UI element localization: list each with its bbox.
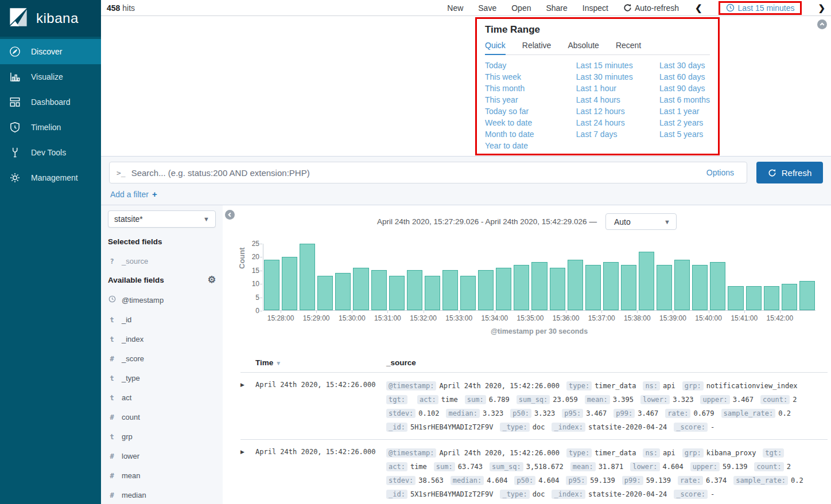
field-median[interactable]: #median [108, 491, 216, 499]
histogram-bar[interactable] [300, 244, 315, 310]
field--score[interactable]: #_score [108, 354, 216, 363]
histogram-bar[interactable] [799, 281, 815, 310]
field--type[interactable]: t_type [108, 374, 216, 382]
histogram-bar[interactable] [674, 260, 690, 310]
histogram-bar[interactable] [585, 265, 601, 310]
histogram-bar[interactable] [442, 270, 458, 310]
quick-option-last-30-minutes[interactable]: Last 30 minutes [576, 71, 659, 83]
menu-item-new[interactable]: New [447, 3, 463, 13]
histogram-bar[interactable] [335, 273, 351, 310]
quick-option-last-1-year[interactable]: Last 1 year [659, 106, 710, 117]
add-filter-link[interactable]: Add a filter [110, 190, 149, 199]
field-count[interactable]: #count [108, 413, 216, 421]
time-column-header[interactable]: Time▼ [255, 358, 386, 367]
quick-option-last-6-months[interactable]: Last 6 months [659, 94, 710, 106]
histogram-bar[interactable] [317, 276, 333, 310]
quick-option-this-year[interactable]: This year [485, 94, 576, 106]
histogram-bar[interactable] [496, 268, 511, 310]
plus-icon[interactable]: + [152, 189, 157, 199]
field-lower[interactable]: #lower [108, 452, 216, 460]
field-act[interactable]: tact [108, 393, 216, 402]
quick-option-today-so-far[interactable]: Today so far [485, 106, 576, 117]
sidebar-item-dashboard[interactable]: Dashboard [0, 89, 101, 115]
histogram-bar[interactable] [568, 260, 583, 310]
histogram-bar[interactable] [389, 276, 405, 310]
histogram-bar[interactable] [621, 265, 636, 310]
menu-item-inspect[interactable]: Inspect [583, 3, 608, 13]
menu-item-share[interactable]: Share [546, 3, 567, 13]
field--id[interactable]: t_id [108, 315, 216, 324]
sidebar-item-timelion[interactable]: Timelion [0, 115, 101, 140]
quick-option-last-7-days[interactable]: Last 7 days [576, 128, 659, 140]
quick-option-last-5-years[interactable]: Last 5 years [659, 128, 710, 140]
quick-option-week-to-date[interactable]: Week to date [485, 117, 576, 128]
histogram-bar[interactable] [764, 286, 779, 310]
quick-option-last-30-days[interactable]: Last 30 days [659, 60, 710, 71]
histogram-bar[interactable] [692, 265, 708, 310]
quick-option-last-24-hours[interactable]: Last 24 hours [576, 117, 659, 128]
histogram-bar[interactable] [282, 257, 297, 310]
histogram-bar[interactable] [478, 270, 494, 310]
tab-absolute[interactable]: Absolute [568, 41, 599, 54]
options-link[interactable]: Options [694, 168, 747, 177]
quick-option-this-month[interactable]: This month [485, 83, 576, 94]
tab-recent[interactable]: Recent [616, 41, 641, 54]
quick-option-year-to-date[interactable]: Year to date [485, 140, 576, 151]
interval-select[interactable]: Auto ▼ [605, 213, 677, 230]
expand-row-button[interactable]: ▶ [240, 380, 255, 432]
histogram-bar[interactable] [657, 265, 672, 310]
histogram-bar[interactable] [782, 284, 797, 310]
tab-quick[interactable]: Quick [485, 41, 506, 55]
doc-field-pair: tgt: [386, 394, 410, 405]
field-grp[interactable]: tgrp [108, 432, 216, 441]
sidebar-item-visualize[interactable]: Visualize [0, 64, 101, 89]
histogram-bar[interactable] [603, 262, 619, 310]
time-forward-chevron-icon[interactable]: ❯ [817, 3, 826, 13]
collapse-fields-panel-button[interactable] [225, 210, 235, 220]
field-mean[interactable]: #mean [108, 471, 216, 480]
field--index[interactable]: t_index [108, 335, 216, 343]
kibana-logo[interactable]: kibana [0, 0, 101, 37]
histogram-bar[interactable] [407, 270, 422, 310]
histogram-bar[interactable] [353, 268, 368, 310]
field--timestamp[interactable]: @timestamp [108, 295, 216, 304]
field--source[interactable]: ?_source [108, 257, 216, 265]
time-picker-button[interactable]: Last 15 minutes [719, 1, 802, 15]
quick-option-last-60-days[interactable]: Last 60 days [659, 71, 710, 83]
quick-option-month-to-date[interactable]: Month to date [485, 128, 576, 140]
quick-option-last-12-hours[interactable]: Last 12 hours [576, 106, 659, 117]
histogram-bar[interactable] [264, 260, 279, 310]
quick-option-last-2-years[interactable]: Last 2 years [659, 117, 710, 128]
field-settings-gear-icon[interactable]: ⚙ [208, 275, 216, 284]
menu-item-open[interactable]: Open [511, 3, 531, 13]
histogram-bar[interactable] [531, 262, 547, 310]
histogram-bar[interactable] [550, 268, 565, 310]
search-input[interactable] [131, 168, 694, 178]
sidebar-item-dev-tools[interactable]: Dev Tools [0, 140, 101, 165]
quick-option-last-15-minutes[interactable]: Last 15 minutes [576, 60, 659, 71]
expand-row-button[interactable]: ▶ [240, 447, 255, 499]
quick-option-this-week[interactable]: This week [485, 71, 576, 83]
auto-refresh-button[interactable]: Auto-refresh [623, 3, 679, 13]
tab-relative[interactable]: Relative [522, 41, 552, 54]
sidebar-item-management[interactable]: Management [0, 165, 101, 190]
refresh-button[interactable]: Refresh [756, 162, 823, 183]
histogram-bar[interactable] [710, 262, 725, 310]
histogram-bar[interactable] [514, 265, 529, 310]
histogram-bar[interactable] [371, 270, 387, 310]
menu-item-save[interactable]: Save [478, 3, 496, 13]
index-pattern-select[interactable]: statsite* ▼ [108, 210, 216, 228]
field-name: grp [122, 432, 133, 441]
quick-option-last-90-days[interactable]: Last 90 days [659, 83, 710, 94]
quick-option-today[interactable]: Today [485, 60, 576, 71]
histogram-bar[interactable] [728, 286, 743, 310]
histogram-bar[interactable] [639, 252, 654, 310]
histogram-bar[interactable] [425, 276, 440, 310]
histogram-bar[interactable] [746, 286, 762, 310]
quick-option-last-4-hours[interactable]: Last 4 hours [576, 94, 659, 106]
quick-option-last-1-hour[interactable]: Last 1 hour [576, 83, 659, 94]
histogram-bar[interactable] [460, 276, 476, 310]
time-back-chevron-icon[interactable]: ❮ [694, 3, 704, 13]
sidebar-item-discover[interactable]: Discover [0, 39, 101, 64]
collapse-up-button[interactable] [817, 19, 827, 29]
